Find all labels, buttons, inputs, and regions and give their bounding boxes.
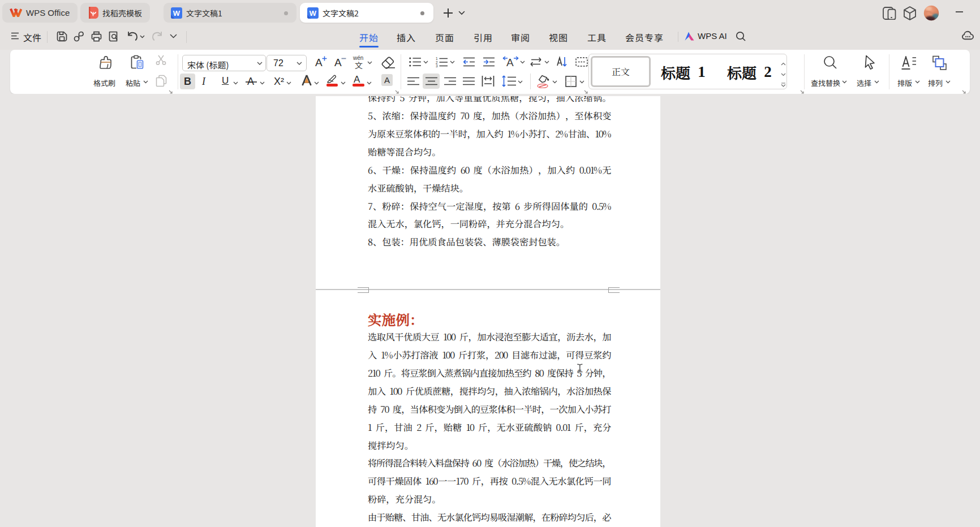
svg-text:W: W bbox=[173, 9, 180, 18]
svg-text:W: W bbox=[310, 9, 317, 18]
svg-text:3: 3 bbox=[436, 64, 438, 67]
svg-text:文: 文 bbox=[355, 59, 363, 70]
